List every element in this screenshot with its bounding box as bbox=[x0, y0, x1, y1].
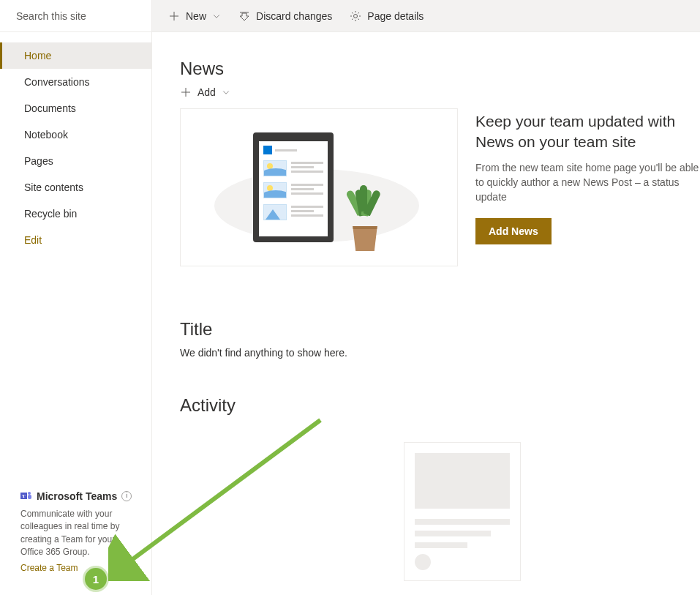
news-heading: News bbox=[180, 59, 700, 79]
nav-recycle-bin[interactable]: Recycle bin bbox=[0, 201, 151, 227]
search-bar bbox=[0, 0, 151, 32]
nav-notebook[interactable]: Notebook bbox=[0, 121, 151, 148]
news-promo-title: Keep your team updated with News on your… bbox=[475, 111, 700, 153]
site-nav: Home Conversations Documents Notebook Pa… bbox=[0, 32, 151, 253]
activity-heading: Activity bbox=[180, 395, 700, 416]
create-team-link[interactable]: Create a Team bbox=[20, 562, 78, 575]
teams-title: Microsoft Teams bbox=[37, 489, 117, 504]
main: New Discard changes Page details News Ad… bbox=[152, 0, 700, 595]
page-content: News Add Keep your team bbox=[152, 32, 700, 595]
svg-point-9 bbox=[354, 14, 358, 18]
nav-documents[interactable]: Documents bbox=[0, 95, 151, 121]
svg-text:T: T bbox=[22, 493, 26, 499]
news-promo: Keep your team updated with News on your… bbox=[475, 108, 700, 244]
new-button[interactable]: New bbox=[168, 10, 221, 22]
news-row: Keep your team updated with News on your… bbox=[180, 108, 700, 266]
title-empty-message: We didn't find anything to show here. bbox=[180, 347, 700, 359]
teams-icon: T bbox=[20, 490, 32, 502]
teams-promo: T Microsoft Teams i Communicate with you… bbox=[0, 480, 151, 595]
discard-label: Discard changes bbox=[256, 10, 332, 22]
teams-desc: Communicate with your colleagues in real… bbox=[20, 508, 140, 559]
news-illustration bbox=[180, 108, 458, 266]
title-section: Title We didn't find anything to show he… bbox=[180, 319, 700, 359]
activity-placeholder-card bbox=[404, 442, 521, 581]
plus-icon bbox=[168, 10, 180, 22]
svg-point-4 bbox=[28, 492, 31, 495]
nav-edit[interactable]: Edit bbox=[0, 227, 151, 253]
nav-pages[interactable]: Pages bbox=[0, 148, 151, 174]
discard-icon bbox=[238, 10, 250, 22]
nav-home[interactable]: Home bbox=[0, 42, 151, 69]
news-promo-body: From the new team site home page you'll … bbox=[475, 160, 700, 205]
news-add-button[interactable]: Add bbox=[180, 86, 230, 98]
title-heading: Title bbox=[180, 319, 700, 340]
sidebar: Home Conversations Documents Notebook Pa… bbox=[0, 0, 152, 595]
add-label: Add bbox=[197, 86, 216, 98]
new-label: New bbox=[186, 10, 206, 22]
page-details-button[interactable]: Page details bbox=[350, 10, 424, 22]
page-details-label: Page details bbox=[367, 10, 424, 22]
annotation-badge: 1 bbox=[85, 568, 107, 590]
add-news-button[interactable]: Add News bbox=[475, 218, 552, 244]
chevron-down-icon bbox=[212, 12, 221, 20]
gear-icon bbox=[350, 10, 361, 22]
nav-conversations[interactable]: Conversations bbox=[0, 69, 151, 95]
svg-rect-5 bbox=[28, 495, 31, 499]
chevron-down-icon bbox=[222, 88, 230, 97]
activity-section: Activity bbox=[180, 395, 700, 581]
search-input[interactable] bbox=[16, 10, 144, 22]
info-icon[interactable]: i bbox=[121, 491, 132, 501]
discard-button[interactable]: Discard changes bbox=[238, 10, 332, 22]
nav-site-contents[interactable]: Site contents bbox=[0, 174, 151, 201]
toolbar: New Discard changes Page details bbox=[152, 0, 700, 32]
plus-icon bbox=[180, 86, 192, 98]
